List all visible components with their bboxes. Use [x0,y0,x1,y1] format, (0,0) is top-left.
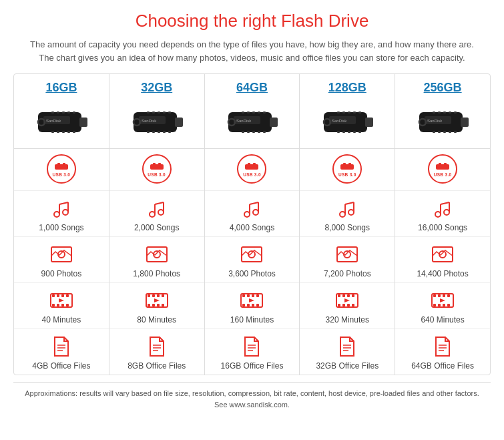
video-icon-2 [240,288,264,312]
office-label-3: 32GB Office Files [316,361,379,371]
svg-rect-93 [253,163,256,166]
svg-rect-48 [147,131,150,133]
svg-line-136 [345,202,354,204]
footer-note: Approximations: results will vary based … [13,382,491,410]
svg-point-57 [158,210,164,215]
photos-label-0: 900 Photos [41,269,82,278]
svg-rect-47 [168,112,171,114]
svg-rect-120 [342,112,345,114]
svg-line-60 [155,202,164,204]
capacity-label-4[interactable]: 256GB [424,81,462,95]
svg-rect-99 [242,247,262,262]
svg-rect-7 [62,112,65,114]
svg-rect-50 [158,131,160,133]
svg-rect-167 [436,164,449,170]
svg-rect-144 [338,304,340,306]
svg-rect-145 [342,304,345,306]
photo-icon-4 [431,242,455,266]
col-32gb: 32GB SanDisk [109,74,205,375]
file-icon-4 [431,335,455,359]
svg-rect-8 [67,112,70,114]
page-title: Choosing the right Flash Drive [13,11,491,31]
svg-rect-102 [242,294,245,297]
music-icon-1 [145,196,169,220]
svg-rect-6 [57,112,59,114]
music-icon-0 [49,196,73,220]
usb-badge-2: USB 3.0 [237,154,266,184]
svg-rect-185 [447,304,450,306]
svg-rect-180 [443,294,445,297]
svg-rect-23 [51,247,71,262]
svg-rect-27 [57,294,59,297]
capacity-label-3[interactable]: 128GB [328,81,366,95]
svg-rect-31 [57,304,59,306]
svg-rect-157 [433,112,435,114]
svg-rect-45 [158,112,160,114]
svg-rect-154 [461,118,469,127]
svg-rect-33 [66,304,69,306]
songs-label-1: 2,000 Songs [134,223,179,232]
svg-marker-72 [154,298,160,302]
svg-rect-141 [342,294,345,297]
svg-rect-17 [63,163,65,166]
svg-rect-159 [443,112,446,114]
svg-rect-84 [258,112,260,114]
svg-rect-178 [433,294,436,297]
svg-rect-182 [433,304,436,306]
svg-rect-29 [66,294,69,297]
col-16gb: 16GB SanDisk [14,74,109,375]
svg-rect-131 [348,163,351,166]
svg-rect-40 [175,118,183,127]
svg-marker-148 [344,298,350,302]
svg-rect-127 [353,131,356,133]
songs-label-3: 8,000 Songs [325,223,370,232]
capacity-label-1[interactable]: 32GB [141,81,172,95]
svg-rect-83 [252,112,255,114]
video-label-4: 640 Minutes [421,315,464,324]
svg-marker-110 [249,298,254,302]
svg-line-98 [250,202,258,204]
svg-rect-119 [337,112,340,114]
video-label-3: 320 Minutes [326,315,369,324]
svg-rect-51 [163,131,166,133]
svg-rect-16 [57,163,60,166]
svg-rect-184 [443,304,445,306]
svg-rect-129 [340,164,354,170]
svg-rect-66 [157,294,160,297]
office-label-2: 16GB Office Files [221,361,284,371]
svg-rect-30 [52,304,55,306]
svg-rect-53 [150,164,164,170]
svg-rect-90 [263,131,266,133]
svg-rect-121 [348,112,350,114]
svg-rect-123 [358,112,361,114]
video-icon-1 [145,288,169,312]
svg-point-18 [54,212,59,217]
svg-rect-15 [55,164,68,170]
music-icon-4 [431,196,455,220]
svg-point-56 [150,212,155,217]
svg-rect-69 [152,304,155,306]
svg-point-94 [244,212,250,217]
col-128gb: 128GB SanDisk [300,74,395,375]
svg-rect-103 [247,294,250,297]
svg-rect-108 [252,304,254,306]
photo-icon-1 [145,242,169,266]
svg-rect-162 [433,131,435,133]
photo-icon-2 [240,242,264,266]
svg-rect-126 [348,131,350,133]
comparison-table: 16GB SanDisk [13,73,491,375]
capacity-label-2[interactable]: 64GB [236,81,268,95]
svg-rect-71 [162,304,164,306]
video-label-0: 40 Minutes [42,315,81,324]
svg-rect-166 [454,131,457,133]
songs-label-0: 1,000 Songs [39,223,83,232]
photos-label-4: 14,400 Photos [417,269,468,278]
svg-rect-85 [263,112,266,114]
svg-rect-130 [343,163,346,166]
svg-rect-14 [73,131,75,133]
capacity-label-0[interactable]: 16GB [45,81,77,95]
svg-rect-43 [147,112,150,114]
svg-rect-49 [152,131,155,133]
svg-point-132 [340,212,345,217]
svg-point-19 [63,210,68,215]
